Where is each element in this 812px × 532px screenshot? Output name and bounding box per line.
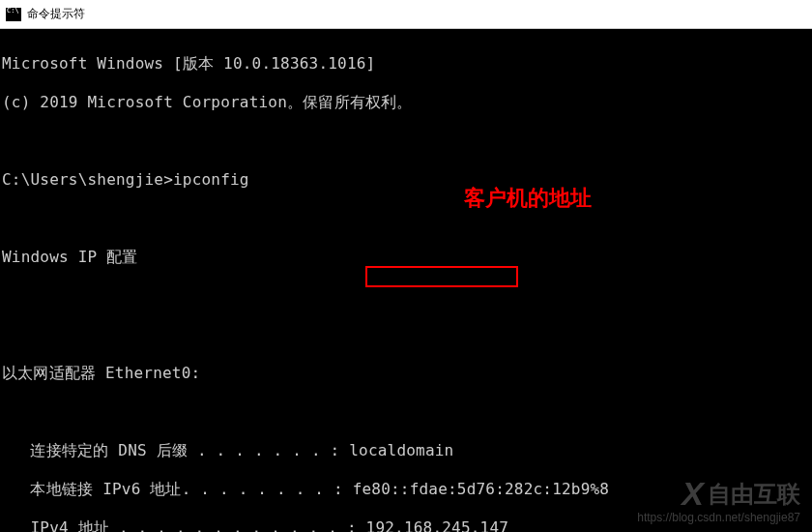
ipv4-value: 192.168.245.147 xyxy=(357,518,508,532)
dns-suffix-label: 连接特定的 DNS 后缀 . . . . . . . : xyxy=(2,441,339,459)
window-title: 命令提示符 xyxy=(27,6,85,22)
cmd-icon xyxy=(6,8,21,21)
ipv4-label: IPv4 地址 . . . . . . . . . . . . : xyxy=(2,518,357,532)
ipconfig-header: Windows IP 配置 xyxy=(2,248,810,267)
dns-suffix-row: 连接特定的 DNS 后缀 . . . . . . . : localdomain xyxy=(2,441,810,460)
ipv6-label: 本地链接 IPv6 地址. . . . . . . . : xyxy=(2,480,343,498)
blank-line xyxy=(2,132,810,151)
ipv4-row: IPv4 地址 . . . . . . . . . . . . : 192.16… xyxy=(2,518,810,532)
prompt-ipconfig: C:\Users\shengjie>ipconfig xyxy=(2,170,810,190)
adapter-ethernet-header: 以太网适配器 Ethernet0: xyxy=(2,364,810,383)
ipv6-value: fe80::fdae:5d76:282c:12b9%8 xyxy=(343,480,609,498)
copyright-line: (c) 2019 Microsoft Corporation。保留所有权利。 xyxy=(2,93,810,112)
window-titlebar[interactable]: 命令提示符 xyxy=(0,0,812,29)
version-line: Microsoft Windows [版本 10.0.18363.1016] xyxy=(2,54,810,74)
blank-line xyxy=(2,402,810,422)
blank-line xyxy=(2,325,810,344)
ipv6-row: 本地链接 IPv6 地址. . . . . . . . : fe80::fdae… xyxy=(2,480,810,499)
blank-line xyxy=(2,286,810,306)
blank-line xyxy=(2,209,810,228)
terminal-output[interactable]: Microsoft Windows [版本 10.0.18363.1016] (… xyxy=(0,29,812,532)
dns-suffix-value: localdomain xyxy=(339,441,453,459)
